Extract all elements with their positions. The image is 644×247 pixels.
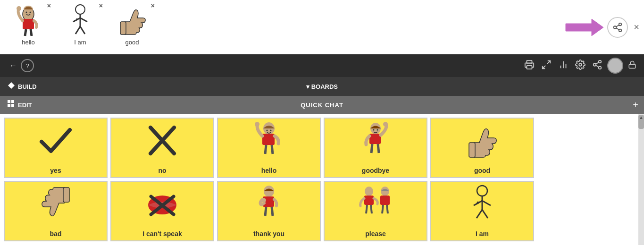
svg-point-46 [255,122,259,127]
user-avatar[interactable] [607,58,623,74]
svg-line-26 [543,65,545,68]
boards-label[interactable]: ▾ BOARDS [306,83,338,90]
svg-point-15 [76,18,78,20]
svg-line-12 [75,26,80,34]
svg-rect-58 [469,143,475,157]
please-icon [354,184,397,224]
svg-line-25 [547,60,550,63]
good-label: good [125,39,139,46]
grid-area: yes no [0,114,644,245]
fullscreen-icon[interactable] [539,58,553,74]
selected-item-good: × good [109,4,156,46]
top-right-controls: × [566,17,639,38]
svg-point-3 [17,6,21,11]
edit-bar: EDIT QUICK CHAT + [0,96,644,114]
nav-share-icon[interactable] [590,58,604,74]
good-image [113,4,151,37]
cant-speak-label: I can't speak [111,230,213,238]
svg-point-57 [376,129,378,130]
svg-line-11 [80,18,87,22]
add-button[interactable]: + [633,100,638,111]
remove-hello-button[interactable]: × [47,2,51,9]
svg-line-75 [387,205,388,213]
svg-line-5 [31,29,32,36]
svg-point-32 [594,63,596,66]
settings-icon[interactable] [573,58,587,74]
svg-line-67 [272,207,273,216]
please-label: please [325,230,427,238]
thank-you-label: thank you [218,230,320,238]
svg-point-8 [75,5,85,14]
bad-icon [34,184,77,224]
svg-line-21 [616,28,619,30]
svg-point-19 [614,26,617,29]
yes-icon [34,120,77,161]
i-am-label: I am [74,39,86,46]
svg-line-47 [265,145,266,154]
svg-line-74 [382,205,383,213]
hello-label: hello [22,39,34,46]
svg-line-81 [482,210,488,218]
svg-line-54 [371,144,372,153]
grid-cell-good[interactable]: good [430,118,534,178]
forward-arrow-button[interactable] [566,19,603,36]
grid-cell-cant-speak[interactable]: I can't speak [110,181,214,241]
grid-cell-please[interactable]: please [324,181,427,241]
grid-cell-goodbye[interactable]: goodbye [324,118,427,178]
svg-line-55 [378,144,379,153]
svg-line-71 [371,205,372,213]
svg-rect-59 [63,187,69,202]
svg-point-7 [30,12,31,13]
cant-speak-icon [141,184,184,224]
selected-item-i-am: × I am [57,4,104,46]
svg-point-50 [270,129,271,131]
grid-cell-hello[interactable]: hello [217,118,321,178]
i-am-image [61,4,99,37]
svg-point-31 [599,60,602,62]
svg-point-53 [383,122,388,127]
back-button[interactable]: ← [6,59,21,73]
svg-rect-36 [629,64,636,68]
share-button[interactable] [607,17,628,38]
scroll-up-arrow[interactable]: ▲ [638,114,644,120]
selected-items-bar: × [0,0,644,54]
svg-point-18 [619,23,622,26]
grid-cell-thank-you[interactable]: thank you [217,181,321,241]
svg-rect-16 [120,22,126,34]
svg-rect-24 [527,65,532,68]
grid-cell-i-am[interactable]: I am [430,181,534,241]
svg-line-48 [272,145,273,154]
svg-line-79 [482,201,491,205]
hello-grid-label: hello [218,167,320,174]
grid-cell-yes[interactable]: yes [4,118,108,178]
build-label: BUILD [18,83,37,90]
remove-i-am-button[interactable]: × [99,2,103,9]
grid-icon [8,100,15,110]
help-button[interactable]: ? [21,59,34,72]
lock-icon[interactable] [626,58,638,74]
build-diamond-icon [8,82,15,91]
scrollbar[interactable]: ▲ [638,114,644,245]
good-icon [461,120,503,161]
svg-line-4 [25,29,26,36]
grid-cell-bad[interactable]: bad [4,181,108,241]
svg-rect-73 [380,196,390,205]
svg-rect-41 [11,104,14,107]
svg-marker-37 [8,82,15,89]
grid-cell-no[interactable]: no [110,118,214,178]
svg-point-76 [477,186,487,196]
nav-right-controls [522,58,638,74]
close-top-button[interactable]: × [634,22,639,33]
svg-line-66 [265,207,266,216]
svg-line-34 [596,65,599,67]
svg-point-56 [373,129,374,130]
chart-icon[interactable] [556,58,570,74]
svg-line-13 [80,26,85,34]
svg-rect-45 [262,134,275,145]
svg-point-30 [579,63,582,66]
remove-good-button[interactable]: × [151,2,155,9]
thank-you-icon [248,184,290,224]
svg-rect-52 [369,134,381,144]
print-icon[interactable] [522,58,536,74]
hello-grid-icon [248,120,290,161]
